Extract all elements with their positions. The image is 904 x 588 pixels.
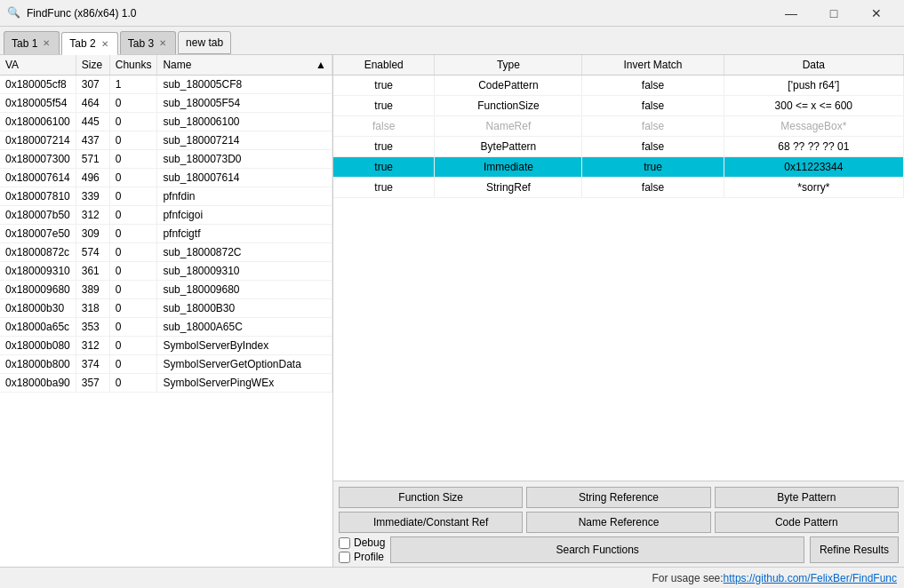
profile-label: Profile — [354, 551, 384, 563]
cond-data: *sorry* — [724, 178, 903, 198]
maximize-button[interactable]: □ — [813, 3, 854, 24]
search-functions-button[interactable]: Search Functions — [390, 536, 804, 563]
cell-va: 0x18000a65c — [0, 318, 76, 337]
function-size-button[interactable]: Function Size — [339, 487, 523, 508]
string-reference-button[interactable]: String Reference — [526, 487, 710, 508]
cell-size: 374 — [76, 355, 109, 374]
cell-chunks: 0 — [109, 299, 157, 318]
cell-chunks: 0 — [109, 337, 157, 355]
new-tab-button[interactable]: new tab — [178, 31, 231, 54]
condition-row[interactable]: true BytePattern false 68 ?? ?? ?? 01 — [333, 137, 904, 157]
table-row[interactable]: 0x180007214 437 0 sub_180007214 — [0, 131, 332, 150]
cell-va: 0x180006100 — [0, 113, 76, 131]
tab-1[interactable]: Tab 1 ✕ — [4, 31, 60, 54]
cond-enabled: true — [333, 96, 435, 116]
name-reference-button[interactable]: Name Reference — [526, 512, 710, 533]
cell-name: SymbolServerByIndex — [157, 337, 332, 355]
cond-type: NameRef — [435, 116, 582, 137]
header-type: Type — [435, 55, 582, 75]
cell-size: 464 — [76, 94, 109, 113]
table-row[interactable]: 0x18000b080 312 0 SymbolServerByIndex — [0, 337, 332, 355]
condition-row[interactable]: true FunctionSize false 300 <= x <= 600 — [333, 96, 904, 116]
cell-chunks: 0 — [109, 113, 157, 131]
cell-name: sub_180009680 — [157, 281, 332, 299]
function-table: VA Size Chunks Name ▲ 0x180005cf8 307 1 … — [0, 55, 332, 393]
cell-size: 312 — [76, 337, 109, 355]
cell-va: 0x180005f54 — [0, 94, 76, 113]
table-row[interactable]: 0x180007810 339 0 pfnfdin — [0, 187, 332, 206]
table-row[interactable]: 0x18000ba90 357 0 SymbolServerPingWEx — [0, 374, 332, 393]
cell-name: sub_18000B30 — [157, 299, 332, 318]
condition-table-header: Enabled Type Invert Match Data — [333, 55, 904, 75]
cell-chunks: 0 — [109, 187, 157, 206]
cond-type: CodePattern — [435, 75, 582, 96]
minimize-button[interactable]: — — [771, 3, 812, 24]
cell-name: sub_180006100 — [157, 113, 332, 131]
cell-size: 445 — [76, 113, 109, 131]
bottom-action-row: Debug Profile Search Functions Refine Re… — [339, 536, 899, 563]
tab-bar: Tab 1 ✕ Tab 2 ✕ Tab 3 ✕ new tab — [0, 27, 904, 55]
close-button[interactable]: ✕ — [856, 3, 897, 24]
table-row[interactable]: 0x18000b800 374 0 SymbolServerGetOptionD… — [0, 355, 332, 374]
table-row[interactable]: 0x180005cf8 307 1 sub_180005CF8 — [0, 75, 332, 94]
cond-type: FunctionSize — [435, 96, 582, 116]
cell-size: 571 — [76, 150, 109, 169]
cell-size: 357 — [76, 374, 109, 393]
table-row[interactable]: 0x180007e50 309 0 pfnfcigtf — [0, 225, 332, 243]
table-row[interactable]: 0x180006100 445 0 sub_180006100 — [0, 113, 332, 131]
table-row[interactable]: 0x180009680 389 0 sub_180009680 — [0, 281, 332, 299]
table-row[interactable]: 0x180009310 361 0 sub_180009310 — [0, 262, 332, 281]
cell-size: 339 — [76, 187, 109, 206]
table-row[interactable]: 0x180007300 571 0 sub_1800073D0 — [0, 150, 332, 169]
github-link[interactable]: https://github.com/FelixBer/FindFunc — [724, 572, 897, 584]
function-table-scroll[interactable]: VA Size Chunks Name ▲ 0x180005cf8 307 1 … — [0, 55, 332, 567]
tab-1-close[interactable]: ✕ — [41, 38, 52, 48]
cond-enabled: true — [333, 178, 435, 198]
condition-row[interactable]: false NameRef false MessageBox* — [333, 116, 904, 137]
cell-name: SymbolServerGetOptionData — [157, 355, 332, 374]
cell-chunks: 0 — [109, 262, 157, 281]
cond-invert: false — [582, 75, 724, 96]
status-text: For usage see: — [652, 572, 724, 584]
condition-table-scroll[interactable]: Enabled Type Invert Match Data true Code… — [333, 55, 904, 481]
button-row-1: Function Size String Reference Byte Patt… — [339, 487, 899, 508]
cell-name: sub_18000A65C — [157, 318, 332, 337]
condition-table-body: true CodePattern false ['push r64'] true… — [333, 75, 904, 198]
table-row[interactable]: 0x18000a65c 353 0 sub_18000A65C — [0, 318, 332, 337]
byte-pattern-button[interactable]: Byte Pattern — [715, 487, 899, 508]
header-invert: Invert Match — [582, 55, 724, 75]
table-row[interactable]: 0x180005f54 464 0 sub_180005F54 — [0, 94, 332, 113]
cell-name: sub_180005F54 — [157, 94, 332, 113]
cell-va: 0x180007b50 — [0, 206, 76, 225]
condition-row[interactable]: true Immediate true 0x11223344 — [333, 157, 904, 178]
debug-checkbox[interactable] — [339, 537, 350, 549]
cell-size: 361 — [76, 262, 109, 281]
immediate-constant-ref-button[interactable]: Immediate/Constant Ref — [339, 512, 523, 533]
app-icon: 🔍 — [7, 6, 21, 20]
table-row[interactable]: 0x18000872c 574 0 sub_18000872C — [0, 243, 332, 262]
profile-checkbox[interactable] — [339, 552, 350, 563]
tab-3[interactable]: Tab 3 ✕ — [120, 31, 176, 54]
cell-size: 496 — [76, 169, 109, 187]
tab-3-close[interactable]: ✕ — [157, 38, 168, 48]
cell-va: 0x180005cf8 — [0, 75, 76, 94]
table-row[interactable]: 0x180007614 496 0 sub_180007614 — [0, 169, 332, 187]
cond-enabled: true — [333, 75, 435, 96]
cond-data: 300 <= x <= 600 — [724, 96, 903, 116]
table-row[interactable]: 0x180007b50 312 0 pfnfcigoi — [0, 206, 332, 225]
condition-row[interactable]: true CodePattern false ['push r64'] — [333, 75, 904, 96]
refine-results-button[interactable]: Refine Results — [810, 536, 899, 563]
cell-chunks: 0 — [109, 243, 157, 262]
profile-checkbox-label[interactable]: Profile — [339, 551, 385, 563]
header-data: Data — [724, 55, 903, 75]
tab-2[interactable]: Tab 2 ✕ — [61, 32, 117, 55]
cell-va: 0x180009680 — [0, 281, 76, 299]
tab-2-close[interactable]: ✕ — [100, 39, 110, 49]
condition-row[interactable]: true StringRef false *sorry* — [333, 178, 904, 198]
table-row[interactable]: 0x18000b30 318 0 sub_18000B30 — [0, 299, 332, 318]
debug-label: Debug — [354, 536, 385, 549]
code-pattern-button[interactable]: Code Pattern — [715, 512, 899, 533]
debug-checkbox-label[interactable]: Debug — [339, 536, 385, 549]
cell-va: 0x180009310 — [0, 262, 76, 281]
window-controls: — □ ✕ — [771, 3, 897, 24]
